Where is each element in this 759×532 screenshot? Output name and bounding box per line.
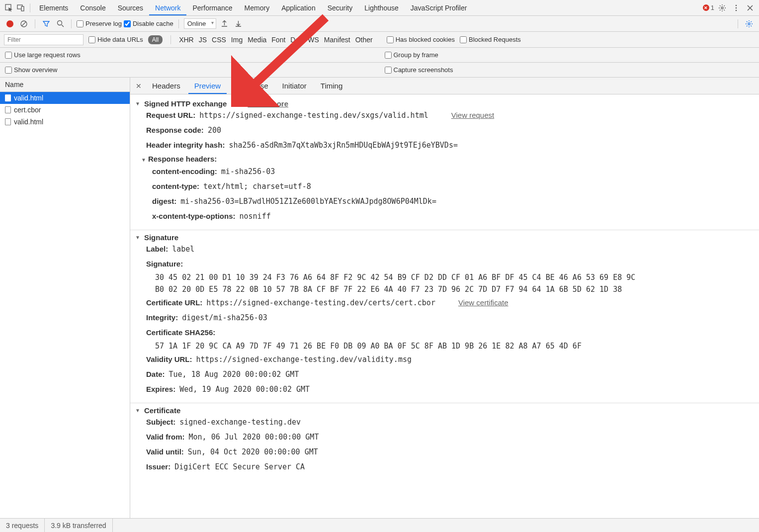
filter-xhr[interactable]: XHR [179,36,194,44]
devtools-topbar: Elements Console Sources Network Perform… [0,0,759,16]
signature-hex: 30 45 02 21 00 D1 10 39 24 F3 76 A6 64 8… [135,271,754,283]
dtab-preview[interactable]: Preview [188,78,227,94]
options-row-1: Use large request rows Group by frame [0,48,759,63]
expires-value: Wed, 19 Aug 2020 00:00:02 GMT [179,383,310,395]
request-list: valid.html cert.cbor valid.html [0,92,130,518]
clear-button[interactable] [18,18,30,30]
dtab-timing[interactable]: Timing [315,78,348,94]
header-integrity-value: sha256-aSdRm3m7qXtaWb3xjRn5mHDUqEbWAj9t9… [229,139,458,151]
has-blocked-cookies-checkbox[interactable]: Has blocked cookies [387,36,455,43]
filter-all[interactable]: All [148,35,163,44]
tab-memory[interactable]: Memory [239,0,276,15]
blocked-requests-checkbox[interactable]: Blocked Requests [460,36,521,43]
valid-until-value: Sun, 04 Oct 2020 00:00:00 GMT [188,446,318,458]
view-certificate-link[interactable]: View certificate [458,297,508,309]
detail-tabs: ✕ Headers Preview Response Initiator Tim… [130,78,759,94]
throttling-select[interactable]: Online [184,18,217,29]
request-row[interactable]: valid.html [0,116,130,128]
signature-hex: B0 02 20 0D E5 78 22 0B 10 57 7B 8A CF B… [135,283,754,295]
disable-cache-checkbox[interactable]: Disable cache [124,20,173,27]
svg-line-8 [22,22,26,26]
cert-sha-hex: 57 1A 1F 20 9C CA A9 7D 7F 49 71 26 BE F… [135,340,754,352]
filter-doc[interactable]: Doc [290,36,303,44]
tab-performance[interactable]: Performance [186,0,238,15]
date-value: Tue, 18 Aug 2020 00:00:02 GMT [169,368,299,380]
large-rows-checkbox[interactable]: Use large request rows [5,51,81,59]
more-icon[interactable] [730,2,742,14]
label-key: Label: [146,243,168,255]
dtab-initiator[interactable]: Initiator [276,78,313,94]
valid-until-key: Valid until: [146,446,184,458]
filter-media[interactable]: Media [248,36,266,44]
detail-panel: ✕ Headers Preview Response Initiator Tim… [130,78,759,518]
response-headers-title[interactable]: Response headers: [135,153,754,164]
request-name: cert.cbor [14,106,41,114]
dtab-response[interactable]: Response [229,78,274,94]
header-key: content-encoding: [152,166,217,177]
tab-jsprofiler[interactable]: JavaScript Profiler [405,0,473,15]
filter-manifest[interactable]: Manifest [324,36,350,44]
filter-icon[interactable] [40,18,52,30]
request-list-panel: Name valid.html cert.cbor valid.html [0,78,130,518]
separator [71,19,72,28]
tab-lighthouse[interactable]: Lighthouse [358,0,405,15]
filter-css[interactable]: CSS [212,36,226,44]
header-key: content-type: [152,180,199,192]
tab-network[interactable]: Network [149,0,186,15]
signature-section: Signature Label:label Signature: 30 45 0… [130,230,759,403]
certificate-title[interactable]: Certificate [135,406,754,415]
subject-value: signed-exchange-testing.dev [179,416,301,428]
capture-ss-label: Capture screenshots [394,66,453,74]
large-rows-label: Use large request rows [14,51,81,59]
filter-js[interactable]: JS [199,36,207,44]
capture-screenshots-checkbox[interactable]: Capture screenshots [385,66,453,74]
tab-security[interactable]: Security [322,0,359,15]
error-count[interactable]: ✕ 1 [703,4,714,11]
request-url-value: https://signed-exchange-testing.dev/sxgs… [199,109,428,121]
header-value: mi-sha256-03 [221,166,275,177]
tab-sources[interactable]: Sources [112,0,149,15]
filter-font[interactable]: Font [271,36,285,44]
filter-input[interactable] [4,34,84,45]
filter-img[interactable]: Img [231,36,243,44]
download-icon[interactable] [232,18,244,30]
request-row[interactable]: valid.html [0,92,130,104]
preserve-log-checkbox[interactable]: Preserve log [77,20,122,27]
header-value: text/html; charset=utf-8 [203,180,311,192]
validity-url-key: Validity URL: [146,354,192,365]
show-overview-checkbox[interactable]: Show overview [5,66,57,74]
learn-more-link[interactable]: Learn more [248,99,288,108]
dtab-headers[interactable]: Headers [146,78,186,94]
search-icon[interactable] [54,18,66,30]
request-row[interactable]: cert.cbor [0,104,130,116]
tab-application[interactable]: Application [275,0,322,15]
network-settings-icon[interactable] [743,18,755,30]
record-button[interactable] [4,18,16,30]
request-list-header[interactable]: Name [0,78,130,92]
filter-other[interactable]: Other [355,36,373,44]
close-icon[interactable] [744,2,756,14]
view-request-link[interactable]: View request [451,109,494,121]
signature-title[interactable]: Signature [135,233,754,242]
group-frame-checkbox[interactable]: Group by frame [385,51,438,59]
error-icon: ✕ [703,4,709,11]
signature-key: Signature: [146,258,183,270]
response-code-value: 200 [208,124,221,136]
filter-ws[interactable]: WS [308,36,319,44]
valid-from-key: Valid from: [146,431,185,443]
upload-icon[interactable] [218,18,230,30]
device-toggle-icon[interactable] [15,2,27,14]
subject-key: Subject: [146,416,175,428]
tab-console[interactable]: Console [74,0,111,15]
tab-elements[interactable]: Elements [33,0,74,15]
sxg-title[interactable]: Signed HTTP exchange Learn more [135,99,754,108]
hide-data-urls-checkbox[interactable]: Hide data URLs [88,36,143,43]
preview-body: Signed HTTP exchange Learn more Request … [130,94,759,518]
svg-point-9 [57,21,62,25]
settings-icon[interactable] [716,2,728,14]
disable-cache-label: Disable cache [133,20,173,27]
inspect-icon[interactable] [3,2,15,14]
close-detail-icon[interactable]: ✕ [133,82,144,90]
integrity-key: Integrity: [146,312,178,324]
hide-data-urls-label: Hide data URLs [97,36,143,43]
